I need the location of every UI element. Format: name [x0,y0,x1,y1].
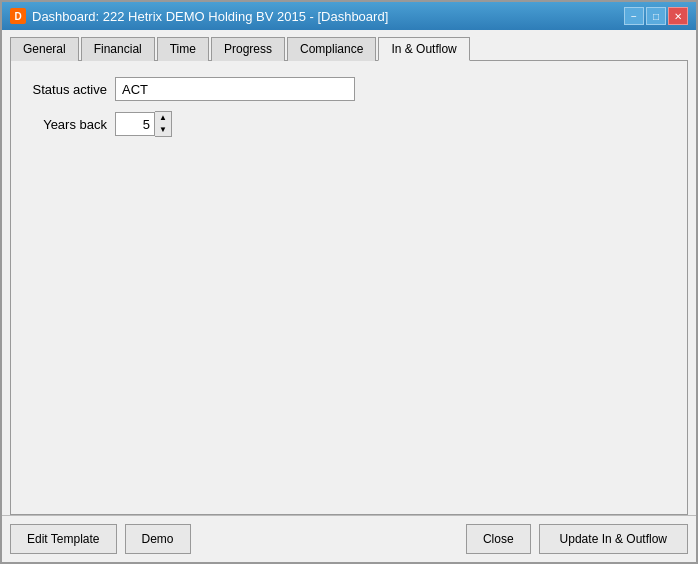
update-button[interactable]: Update In & Outflow [539,524,688,554]
content-area: General Financial Time Progress Complian… [2,30,696,562]
footer-bar: Edit Template Demo Close Update In & Out… [2,515,696,562]
app-icon: D [10,8,26,24]
status-active-row: Status active [27,77,671,101]
main-window: D Dashboard: 222 Hetrix DEMO Holding BV … [0,0,698,564]
tab-in-outflow[interactable]: In & Outflow [378,37,469,61]
tab-panel: Status active Years back ▲ ▼ [10,60,688,515]
title-bar: D Dashboard: 222 Hetrix DEMO Holding BV … [2,2,696,30]
status-active-label: Status active [27,82,107,97]
tab-bar: General Financial Time Progress Complian… [2,30,696,60]
edit-template-button[interactable]: Edit Template [10,524,117,554]
spinner-button-group: ▲ ▼ [155,111,172,137]
years-back-row: Years back ▲ ▼ [27,111,671,137]
title-bar-left: D Dashboard: 222 Hetrix DEMO Holding BV … [10,8,388,24]
close-button[interactable]: Close [466,524,531,554]
minimize-button[interactable]: − [624,7,644,25]
tab-financial[interactable]: Financial [81,37,155,61]
spinner-down-button[interactable]: ▼ [155,124,171,136]
title-buttons: − □ ✕ [624,7,688,25]
status-active-input[interactable] [115,77,355,101]
years-back-input[interactable] [115,112,155,136]
tab-time[interactable]: Time [157,37,209,61]
tab-general[interactable]: General [10,37,79,61]
tab-progress[interactable]: Progress [211,37,285,61]
years-back-spinner: ▲ ▼ [115,111,172,137]
demo-button[interactable]: Demo [125,524,191,554]
maximize-button[interactable]: □ [646,7,666,25]
window-title: Dashboard: 222 Hetrix DEMO Holding BV 20… [32,9,388,24]
close-window-button[interactable]: ✕ [668,7,688,25]
spinner-up-button[interactable]: ▲ [155,112,171,124]
tab-compliance[interactable]: Compliance [287,37,376,61]
years-back-label: Years back [27,117,107,132]
